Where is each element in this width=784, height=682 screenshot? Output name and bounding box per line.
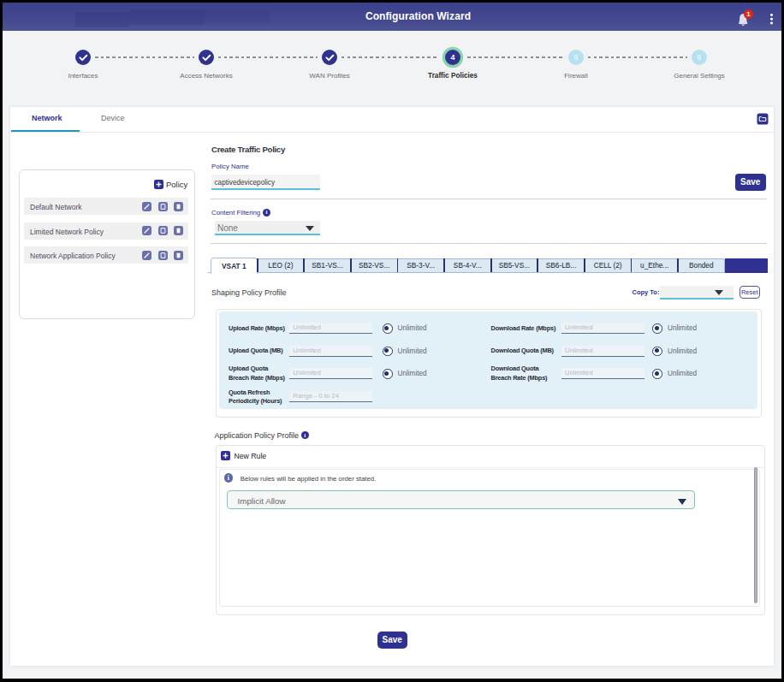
svg-text:1: 1 [746,10,751,18]
